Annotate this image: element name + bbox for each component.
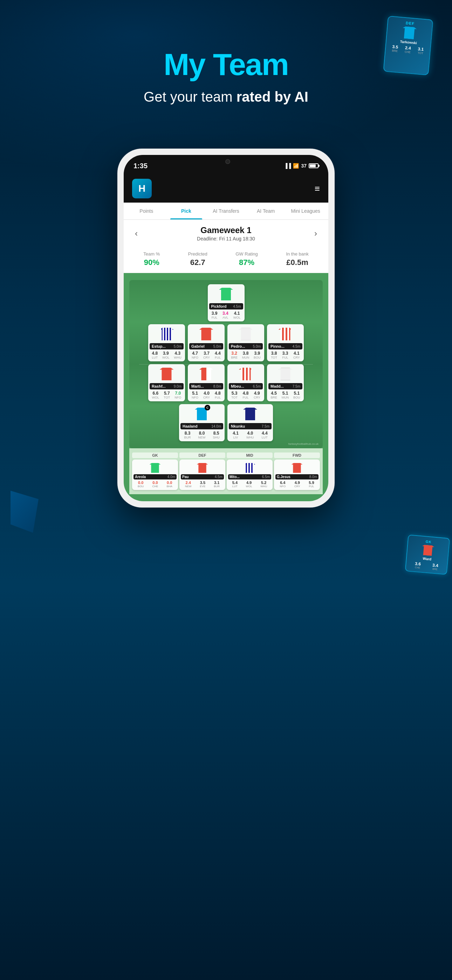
right-card-container: GK Ward 3.6 CHE 3.4 BRE — [406, 536, 449, 573]
hero-title: My Team — [28, 49, 424, 80]
tab-mini-leagues[interactable]: Mini Leagues — [286, 203, 326, 220]
gabriel-shirt — [199, 328, 213, 340]
phone-notch — [191, 155, 261, 168]
gabriel-jesus-shirt — [291, 463, 303, 473]
watermark: fantasyfootballhub.co.uk — [288, 442, 318, 445]
player-nkunku[interactable]: Nkunku 7.5m 4.1 LIV 4.0 WHU — [228, 404, 273, 441]
gw-title: Gameweek 1 — [197, 225, 255, 235]
bench-gabriel-jesus[interactable]: FWD G.Jesus 8.0m 6.4 N — [274, 452, 320, 490]
pinnock-shirt — [279, 328, 293, 340]
bench-pau[interactable]: DEF Pau 4.5m 2.4 NEW — [180, 452, 225, 490]
nav-tabs: Points Pick AI Transfers AI Team Mini Le… — [124, 203, 328, 220]
phone-mockup: 1:35 ▐▐ 📶 37 H ≡ — [118, 149, 334, 508]
gw-deadline: Deadline: Fri 11 Aug 18:30 — [197, 236, 255, 242]
pitch-container: Pickford 4.5m 3.9 FUL 3.4 AVL — [124, 273, 328, 501]
rashford-shirt — [160, 368, 174, 380]
fwd-row: C Haaland 14.0m 8.3 BUR — [132, 404, 320, 441]
gk-row: Pickford 4.5m 3.9 FUL 3.4 AVL — [132, 284, 320, 321]
signal-icon: ▐▐ — [284, 163, 291, 169]
status-bar: 1:35 ▐▐ 📶 37 — [124, 155, 328, 175]
stats-row: Team % 90% Predicted 62.7 GW Rating 87% … — [124, 247, 328, 273]
status-icons: ▐▐ 📶 37 — [284, 163, 318, 169]
app-logo-letter: H — [138, 183, 145, 194]
status-time: 1:35 — [134, 162, 148, 170]
tab-points[interactable]: Points — [126, 203, 166, 220]
battery-icon — [309, 163, 318, 168]
player-pedro[interactable]: Pedro... 5.0m 3.2 BRE 3.8 MUN — [228, 324, 264, 361]
player-martinez[interactable]: Marti... 8.0m 5.1 NFO 4.0 CRY — [188, 364, 224, 401]
app-logo: H — [132, 179, 152, 198]
player-rashford[interactable]: Rashf... 9.0m 6.6 WOL 5.7 TOT — [148, 364, 185, 401]
mbeule-shirt — [239, 368, 253, 380]
tab-pick[interactable]: Pick — [166, 203, 206, 220]
bench-row: GK Areola 4.0m 0.0 BOU — [132, 452, 320, 490]
battery-text: 37 — [301, 163, 307, 169]
ward-shirt — [421, 545, 434, 556]
captain-badge: C — [205, 405, 210, 410]
martinez-shirt — [199, 368, 213, 380]
pickford-shirt-wrapper — [219, 286, 233, 302]
stat-team-pct: Team % 90% — [143, 251, 160, 267]
hero-section: My Team Get your team rated by AI — [0, 0, 452, 127]
pau-shirt — [197, 463, 208, 473]
gw-prev-button[interactable]: ‹ — [129, 226, 143, 241]
estupinian-shirt — [160, 328, 174, 340]
bench-mitoma[interactable]: MID Mito... 6.5m 5.4 L — [227, 452, 272, 490]
wifi-icon: 📶 — [293, 163, 299, 169]
phone-container: 1:35 ▐▐ 📶 37 H ≡ — [0, 149, 452, 508]
player-gabriel[interactable]: Gabriel 5.0m 4.7 NFO 3.7 CRY — [188, 324, 224, 361]
player-mbeule[interactable]: Mbeu... 6.5m 5.3 TOT 4.8 FUL — [228, 364, 264, 401]
right-player-card: GK Ward 3.6 CHE 3.4 BRE — [405, 535, 450, 575]
mitoma-shirt — [244, 463, 255, 473]
pickford-name-badge: Pickford 4.5m — [209, 303, 243, 310]
stat-predicted: Predicted 62.7 — [188, 251, 207, 267]
player-pickford[interactable]: Pickford 4.5m 3.9 FUL 3.4 AVL — [208, 284, 245, 321]
hamburger-menu[interactable]: ≡ — [315, 183, 320, 194]
pickford-shirt — [219, 288, 233, 301]
app-header: H ≡ — [124, 175, 328, 203]
pedro-shirt — [239, 328, 253, 340]
notch-camera — [225, 159, 230, 164]
pitch-field: Pickford 4.5m 3.9 FUL 3.4 AVL — [129, 280, 323, 448]
tab-ai-transfers[interactable]: AI Transfers — [206, 203, 246, 220]
hero-subtitle: Get your team rated by AI — [28, 87, 424, 107]
pickford-ratings: 3.9 FUL 3.4 AVL 4.1 WOL — [209, 311, 243, 319]
bottom-spacer — [0, 508, 452, 578]
def-row: Estup... 5.0m 4.8 LUT 3.9 WOL — [132, 324, 320, 361]
nkunku-shirt — [243, 407, 257, 420]
areola-shirt — [150, 463, 161, 473]
player-haaland[interactable]: C Haaland 14.0m 8.3 BUR — [179, 404, 224, 441]
stat-in-bank: In the bank £0.5m — [286, 251, 308, 267]
tab-ai-team[interactable]: AI Team — [246, 203, 286, 220]
bench-section: GK Areola 4.0m 0.0 BOU — [129, 448, 323, 494]
battery-fill — [310, 164, 316, 167]
stat-gw-rating: GW Rating 87% — [236, 251, 258, 267]
bench-areola[interactable]: GK Areola 4.0m 0.0 BOU — [132, 452, 178, 490]
phone-screen: 1:35 ▐▐ 📶 37 H ≡ — [124, 155, 328, 501]
player-pinnock[interactable]: Pinno... 4.5m 3.8 TOT 3.3 FUL — [267, 324, 304, 361]
maddison-shirt — [279, 368, 293, 380]
gw-info: Gameweek 1 Deadline: Fri 11 Aug 18:30 — [197, 225, 255, 242]
player-maddison[interactable]: Madd... 7.5m 4.5 BRE 5.1 MUN — [267, 364, 304, 401]
mid-row: Rashf... 9.0m 6.6 WOL 5.7 TOT — [132, 364, 320, 401]
player-estupinian[interactable]: Estup... 5.0m 4.8 LUT 3.9 WOL — [148, 324, 185, 361]
gameweek-header: ‹ Gameweek 1 Deadline: Fri 11 Aug 18:30 … — [124, 220, 328, 247]
gw-next-button[interactable]: › — [309, 226, 323, 241]
